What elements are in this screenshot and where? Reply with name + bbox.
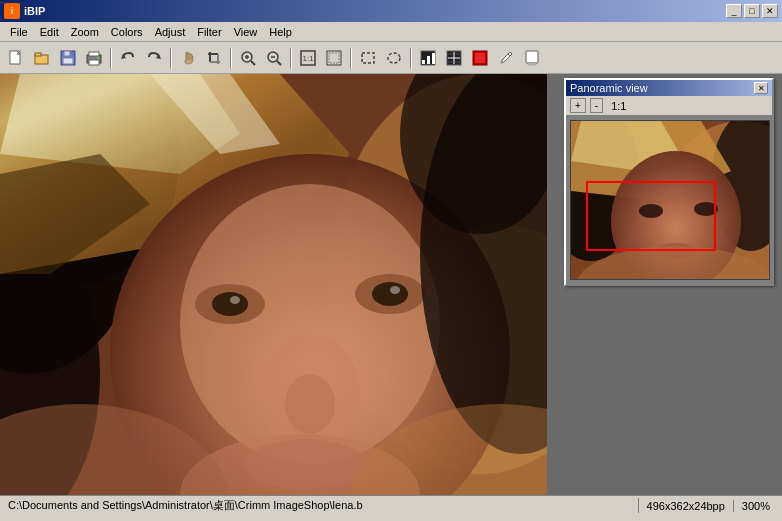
svg-rect-8 — [89, 60, 99, 65]
zoom-in-button[interactable] — [236, 46, 260, 70]
status-info: 496x362x24bpp — [639, 500, 734, 512]
main-area: Panoramic view ✕ + - 1:1 — [0, 74, 782, 495]
status-path: C:\Documents and Settings\Administrator\… — [4, 498, 639, 513]
undo-button[interactable] — [116, 46, 140, 70]
panoramic-toolbar: + - 1:1 — [566, 96, 772, 116]
svg-rect-39 — [475, 53, 485, 63]
channels-button[interactable] — [442, 46, 466, 70]
toolbar: 1:1 — [0, 42, 782, 74]
svg-point-59 — [212, 292, 248, 316]
status-bar: C:\Documents and Settings\Administrator\… — [0, 495, 782, 515]
svg-rect-44 — [528, 63, 536, 65]
separator-4 — [290, 48, 292, 68]
svg-point-63 — [390, 286, 400, 294]
save-button[interactable] — [56, 46, 80, 70]
svg-line-19 — [251, 61, 255, 65]
print-button[interactable] — [82, 46, 106, 70]
separator-2 — [170, 48, 172, 68]
svg-rect-30 — [422, 60, 425, 64]
panoramic-title-text: Panoramic view — [570, 82, 648, 94]
crop-tool-button[interactable] — [202, 46, 226, 70]
zoom-out-button[interactable] — [262, 46, 286, 70]
close-button[interactable]: ✕ — [762, 4, 778, 18]
fit-window-button[interactable] — [322, 46, 346, 70]
menu-colors[interactable]: Colors — [105, 24, 149, 40]
panoramic-image[interactable] — [570, 120, 770, 280]
rect-select-button[interactable] — [356, 46, 380, 70]
red-channel-button[interactable] — [468, 46, 492, 70]
image-canvas[interactable] — [0, 74, 547, 495]
menu-file[interactable]: File — [4, 24, 34, 40]
menu-bar: File Edit Zoom Colors Adjust Filter View… — [0, 22, 782, 42]
svg-point-28 — [388, 53, 400, 63]
maximize-button[interactable]: □ — [744, 4, 760, 18]
marker-button[interactable] — [520, 46, 544, 70]
circ-select-button[interactable] — [382, 46, 406, 70]
panoramic-image-container — [566, 116, 772, 284]
svg-point-62 — [372, 282, 408, 306]
redo-button[interactable] — [142, 46, 166, 70]
title-bar-left: i iBIP — [4, 3, 45, 19]
app-title: iBIP — [24, 5, 45, 17]
panoramic-close-button[interactable]: ✕ — [754, 82, 768, 94]
new-button[interactable] — [4, 46, 28, 70]
minimize-button[interactable]: _ — [726, 4, 742, 18]
menu-help[interactable]: Help — [263, 24, 298, 40]
menu-adjust[interactable]: Adjust — [149, 24, 192, 40]
svg-rect-43 — [526, 51, 538, 63]
svg-rect-32 — [432, 53, 435, 64]
svg-point-60 — [230, 296, 240, 304]
panoramic-selection-rect — [586, 181, 716, 251]
menu-zoom[interactable]: Zoom — [65, 24, 105, 40]
svg-rect-26 — [329, 53, 339, 63]
separator-5 — [350, 48, 352, 68]
svg-rect-31 — [427, 56, 430, 64]
open-button[interactable] — [30, 46, 54, 70]
svg-rect-7 — [89, 52, 99, 56]
svg-line-22 — [277, 61, 281, 65]
menu-filter[interactable]: Filter — [191, 24, 227, 40]
panoramic-panel: Panoramic view ✕ + - 1:1 — [564, 78, 774, 286]
separator-3 — [230, 48, 232, 68]
levels-button[interactable] — [416, 46, 440, 70]
panoramic-zoom-in[interactable]: + — [570, 98, 586, 113]
panoramic-zoom-level: 1:1 — [607, 100, 630, 112]
separator-6 — [410, 48, 412, 68]
svg-rect-5 — [63, 58, 73, 64]
pencil-button[interactable] — [494, 46, 518, 70]
app-icon: i — [4, 3, 20, 19]
hand-tool-button[interactable] — [176, 46, 200, 70]
menu-view[interactable]: View — [228, 24, 264, 40]
title-bar: i iBIP _ □ ✕ — [0, 0, 782, 22]
svg-rect-2 — [35, 53, 41, 56]
svg-rect-4 — [64, 51, 70, 56]
actual-size-button[interactable]: 1:1 — [296, 46, 320, 70]
title-buttons: _ □ ✕ — [726, 4, 778, 18]
status-zoom: 300% — [734, 500, 778, 512]
svg-point-9 — [97, 56, 100, 59]
panoramic-zoom-out[interactable]: - — [590, 98, 603, 113]
svg-rect-27 — [362, 53, 374, 63]
menu-edit[interactable]: Edit — [34, 24, 65, 40]
separator-1 — [110, 48, 112, 68]
panoramic-title-bar: Panoramic view ✕ — [566, 80, 772, 96]
svg-point-66 — [285, 374, 335, 434]
svg-text:1:1: 1:1 — [302, 54, 314, 63]
